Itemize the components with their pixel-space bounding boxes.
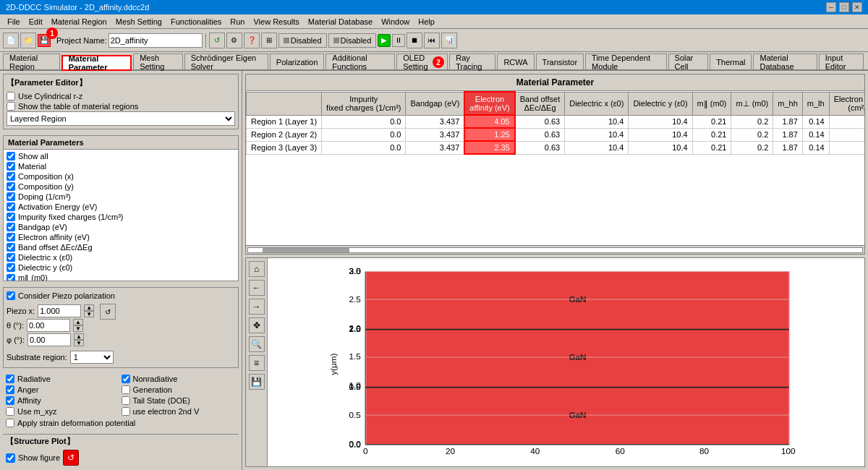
menu-window[interactable]: Window	[377, 16, 414, 27]
disabled-btn-2[interactable]: Disabled	[328, 33, 377, 48]
tab-material-db[interactable]: Material Database	[753, 54, 817, 69]
opt-radiative-checkbox[interactable]	[6, 375, 14, 383]
pause-button[interactable]: ⏸	[392, 34, 405, 47]
opt-use-mxyz: Use m_xyz	[6, 406, 121, 416]
use-cylindrical-checkbox[interactable]	[7, 92, 15, 101]
menu-help[interactable]: Help	[414, 16, 439, 27]
tool-home[interactable]: ⌂	[249, 261, 265, 277]
param-activation-checkbox[interactable]	[7, 202, 15, 211]
param-m-par-checkbox[interactable]	[7, 274, 15, 281]
menu-edit[interactable]: Edit	[25, 16, 47, 27]
region-1-diel-y: 10.4	[629, 115, 692, 128]
x-tick-60: 60	[616, 446, 626, 456]
phi-input[interactable]	[27, 333, 71, 346]
rewind-button[interactable]: ⏮	[424, 33, 440, 48]
menu-functionalities[interactable]: Functionalities	[166, 16, 226, 27]
project-label: Project Name:	[56, 36, 107, 45]
tool-zoom[interactable]: 🔍	[249, 336, 265, 352]
tab-ray-tracing[interactable]: Ray Tracing	[449, 54, 495, 69]
param-material-checkbox[interactable]	[7, 162, 15, 171]
menu-view-results[interactable]: View Results	[249, 16, 303, 27]
refresh-figure-button[interactable]: ↺	[63, 450, 79, 466]
region-2-affinity[interactable]: 1.25	[464, 128, 514, 141]
show-figure-checkbox[interactable]	[6, 453, 15, 463]
layered-region-dropdown[interactable]: Layered Region	[7, 111, 235, 126]
project-name-input[interactable]	[109, 33, 203, 48]
opt-strain-checkbox[interactable]	[6, 419, 14, 427]
opt-anger-checkbox[interactable]	[6, 385, 14, 394]
piezo-x-up[interactable]: ▲	[84, 304, 94, 311]
phi-up[interactable]: ▲	[74, 333, 84, 340]
new-button[interactable]: 📄	[3, 33, 19, 48]
scrollbar-track[interactable]	[247, 247, 863, 253]
param-diel-y-checkbox[interactable]	[7, 263, 15, 272]
menu-file[interactable]: File	[3, 16, 25, 27]
tab-polarization[interactable]: Polarization	[270, 54, 324, 69]
help-button[interactable]: ❓	[244, 33, 260, 48]
tab-input-editor[interactable]: Input Editor	[819, 54, 864, 69]
tab-transistor[interactable]: Transistor	[536, 54, 584, 69]
param-affinity-checkbox[interactable]	[7, 233, 15, 242]
piezo-x-down[interactable]: ▼	[84, 311, 94, 317]
param-show-all-checkbox[interactable]	[7, 152, 15, 161]
tab-rcwa[interactable]: RCWA	[497, 54, 534, 69]
refresh-button[interactable]: ↺	[209, 33, 225, 48]
opt-generation-checkbox[interactable]	[122, 385, 130, 394]
tab-material-region[interactable]: Material Region	[3, 54, 60, 69]
close-button[interactable]: ✕	[852, 2, 862, 12]
opt-tail-state-checkbox[interactable]	[122, 396, 130, 405]
region-1-affinity[interactable]: 4.05	[464, 115, 514, 128]
tab-solar-cell[interactable]: Solar Cell	[668, 54, 709, 69]
region-1-bandgap: 3.437	[406, 115, 464, 128]
consider-piezo-checkbox[interactable]	[7, 291, 15, 300]
substrate-select[interactable]: 1	[70, 351, 114, 364]
maximize-button[interactable]: □	[839, 2, 849, 12]
param-comp-x-label: Composition (x)	[18, 172, 74, 181]
opt-use-mxyz-checkbox[interactable]	[6, 407, 14, 416]
tool-forward[interactable]: →	[249, 299, 265, 315]
param-comp-y-checkbox[interactable]	[7, 182, 15, 191]
opt-nonradiative-checkbox[interactable]	[122, 375, 130, 383]
param-bandgap-checkbox[interactable]	[7, 223, 15, 231]
tab-schrodinger[interactable]: Schrödinger Eigen Solver	[184, 54, 268, 69]
tool-back[interactable]: ←	[249, 280, 265, 296]
region-3-affinity[interactable]: 2.35	[464, 141, 514, 154]
reset-button[interactable]: ↺	[100, 304, 116, 320]
tab-additional[interactable]: Additional Functions	[326, 54, 395, 69]
settings-button[interactable]: ⚙	[226, 33, 242, 48]
table-scroll[interactable]: Impurityfixed charges (1/cm³) Bandgap (e…	[246, 91, 864, 245]
param-band-offset-checkbox[interactable]	[7, 243, 15, 252]
theta-up[interactable]: ▲	[73, 319, 83, 325]
stop-button[interactable]: ⏹	[407, 33, 422, 48]
opt-affinity-checkbox[interactable]	[6, 396, 14, 405]
minimize-button[interactable]: ─	[826, 2, 836, 12]
menu-run[interactable]: Run	[226, 16, 249, 27]
menu-mesh-setting[interactable]: Mesh Setting	[111, 16, 166, 27]
tab-thermal[interactable]: Thermal	[710, 54, 752, 69]
param-diel-x-checkbox[interactable]	[7, 253, 15, 262]
disabled-btn-1[interactable]: Disabled	[278, 33, 327, 48]
show-table-checkbox[interactable]	[7, 102, 15, 111]
piezo-x-input[interactable]	[38, 304, 81, 317]
table-scrollbar[interactable]	[246, 245, 864, 254]
play-button[interactable]: ▶	[378, 34, 391, 47]
menu-material-database[interactable]: Material Database	[304, 16, 377, 27]
tab-material-parameter[interactable]: Material Parameter	[61, 55, 132, 71]
scrollbar-thumb[interactable]	[263, 248, 349, 252]
grid-button[interactable]: ⊞	[261, 33, 277, 48]
tab-time-dependent[interactable]: Time Dependent Module	[585, 54, 666, 69]
open-button[interactable]: 📁	[20, 33, 36, 48]
tool-pan[interactable]: ✥	[249, 317, 265, 333]
param-doping-checkbox[interactable]	[7, 192, 15, 201]
chart-button[interactable]: 📊	[441, 33, 457, 48]
param-impurity-checkbox[interactable]	[7, 213, 15, 221]
param-comp-x-checkbox[interactable]	[7, 172, 15, 181]
menu-material-region[interactable]: Material Region	[47, 16, 111, 27]
opt-e2nd-checkbox[interactable]	[122, 407, 130, 416]
theta-down[interactable]: ▼	[73, 325, 83, 332]
phi-down[interactable]: ▼	[74, 340, 84, 346]
theta-input[interactable]	[27, 319, 70, 332]
tool-save-chart[interactable]: 💾	[249, 374, 265, 390]
tool-lines[interactable]: ≡	[249, 355, 265, 371]
tab-mesh-setting[interactable]: Mesh Setting	[133, 54, 183, 69]
